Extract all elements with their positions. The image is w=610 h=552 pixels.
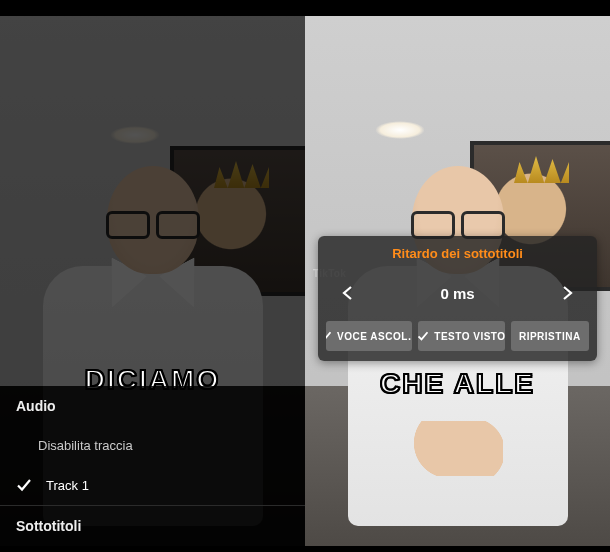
window-top-bar: [0, 0, 610, 16]
right-player-pane: TikTok Ritardo dei sottotitoli 0 ms VOCE: [305, 16, 610, 546]
delay-stepper: 0 ms: [318, 271, 597, 321]
delay-value: 0 ms: [440, 285, 474, 302]
track-1-option[interactable]: Track 1: [0, 465, 305, 505]
audio-heading-label: Audio: [16, 398, 56, 414]
disable-track-label: Disabilita traccia: [38, 438, 133, 453]
audio-section-header[interactable]: Audio: [0, 386, 305, 426]
track-1-label: Track 1: [46, 478, 89, 493]
window-bottom-bar: [0, 546, 610, 552]
disable-track-option[interactable]: Disabilita traccia: [0, 426, 305, 465]
left-player-pane: DICIAMO Audio Disabilita traccia Track 1: [0, 16, 305, 546]
delay-decrease-button[interactable]: [332, 277, 364, 309]
track-drawer: Audio Disabilita traccia Track 1 Sott: [0, 386, 305, 546]
subtitles-section-header[interactable]: Sottotitoli: [0, 506, 305, 546]
voice-heard-button[interactable]: VOCE ASCOL…: [326, 321, 412, 351]
check-icon: [418, 330, 429, 342]
reset-button[interactable]: RIPRISTINA: [511, 321, 589, 351]
delay-increase-button[interactable]: [551, 277, 583, 309]
check-icon: [16, 477, 32, 493]
text-seen-button[interactable]: TESTO VISTO: [418, 321, 504, 351]
subtitle-text-right: CHE ALLE: [380, 368, 535, 400]
voice-heard-label: VOCE ASCOL…: [337, 331, 412, 342]
subtitles-heading-label: Sottotitoli: [16, 518, 81, 534]
subtitle-delay-panel: Ritardo dei sottotitoli 0 ms VOCE ASCOL…: [318, 236, 597, 361]
text-seen-label: TESTO VISTO: [434, 331, 504, 342]
reset-label: RIPRISTINA: [519, 331, 581, 342]
check-icon: [326, 330, 332, 342]
subtitle-delay-title: Ritardo dei sottotitoli: [318, 236, 597, 271]
